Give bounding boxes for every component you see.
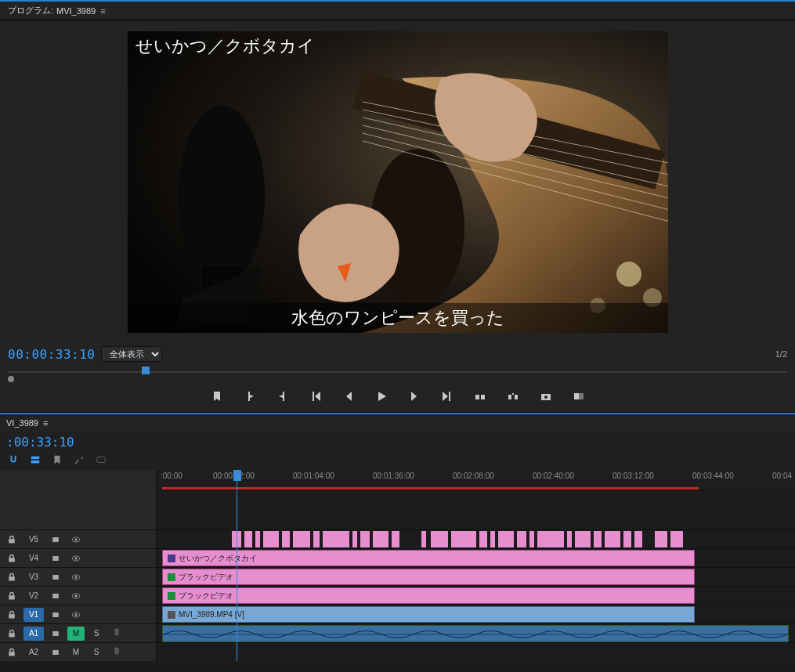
- scrub-handle[interactable]: [8, 376, 14, 382]
- eye-icon[interactable]: [67, 533, 85, 547]
- scrub-bar[interactable]: [8, 365, 787, 382]
- timeline-tracks-area[interactable]: :00:0000:00:32:0000:01:04:0000:01:36:000…: [157, 470, 795, 661]
- clip-segment[interactable]: [293, 531, 310, 547]
- track-v1[interactable]: MVI_3989.MP4 [V]: [157, 605, 795, 623]
- solo-button[interactable]: S: [88, 645, 105, 659]
- lock-icon[interactable]: [3, 570, 20, 584]
- lock-icon[interactable]: [3, 551, 20, 565]
- voiceover-icon[interactable]: [108, 645, 125, 659]
- panel-menu-icon[interactable]: ≡: [100, 6, 105, 16]
- time-ruler[interactable]: :00:0000:00:32:0000:01:04:0000:01:36:000…: [157, 470, 795, 490]
- clip-segment[interactable]: [655, 531, 667, 547]
- track-v3[interactable]: ブラックビデオ: [157, 567, 795, 586]
- clip-segment[interactable]: [498, 531, 514, 547]
- track-label[interactable]: V5: [23, 533, 44, 547]
- lock-icon[interactable]: [3, 589, 20, 603]
- linked-selection-icon[interactable]: [28, 453, 42, 467]
- clip-v2[interactable]: ブラックビデオ: [162, 587, 695, 604]
- clip-segment[interactable]: [517, 531, 526, 547]
- track-a2[interactable]: [157, 642, 795, 661]
- caption-icon[interactable]: [94, 453, 108, 467]
- track-v2[interactable]: ブラックビデオ: [157, 586, 795, 605]
- clip-segment[interactable]: [567, 531, 572, 547]
- program-timecode[interactable]: 00:00:33:10: [8, 347, 95, 362]
- sync-lock-icon[interactable]: [47, 589, 64, 603]
- clip-segment[interactable]: [634, 531, 642, 547]
- track-label[interactable]: V2: [23, 589, 44, 603]
- track-v5[interactable]: [157, 529, 795, 548]
- clip-segment[interactable]: [244, 531, 252, 547]
- clip-segment[interactable]: [323, 531, 349, 547]
- clip-v4[interactable]: せいかつ／クボタカイ: [162, 550, 695, 566]
- preview-viewport[interactable]: せいかつ／クボタカイ 水色のワンピースを買った: [0, 20, 795, 343]
- sync-lock-icon[interactable]: [47, 608, 64, 622]
- goto-in-icon[interactable]: [308, 388, 323, 404]
- clip-segment[interactable]: [479, 531, 487, 547]
- track-header-v1[interactable]: V1: [0, 605, 156, 623]
- clip-segment[interactable]: [373, 531, 388, 547]
- marker-tool-icon[interactable]: [50, 453, 64, 467]
- clip-segment[interactable]: [594, 531, 602, 547]
- scrub-playhead[interactable]: [142, 367, 150, 374]
- track-v4[interactable]: せいかつ／クボタカイ: [157, 548, 795, 567]
- voiceover-icon[interactable]: [108, 627, 125, 641]
- track-header-v4[interactable]: V4: [0, 548, 156, 567]
- lock-icon[interactable]: [3, 627, 20, 641]
- clip-v3[interactable]: ブラックビデオ: [162, 569, 695, 585]
- lock-icon[interactable]: [3, 608, 20, 622]
- clip-a1[interactable]: [162, 625, 789, 642]
- track-header-v2[interactable]: V2: [0, 586, 156, 605]
- clip-segment[interactable]: [575, 531, 591, 547]
- clip-segment[interactable]: [670, 531, 683, 547]
- eye-icon[interactable]: [67, 608, 85, 622]
- clip-v1[interactable]: MVI_3989.MP4 [V]: [162, 606, 695, 623]
- track-a1[interactable]: [157, 623, 795, 642]
- timeline-timecode[interactable]: :00:33:10: [6, 435, 74, 450]
- program-panel-header[interactable]: プログラム: MVI_3989 ≡: [0, 0, 795, 20]
- zoom-level-select[interactable]: 全体表示: [101, 346, 162, 362]
- clip-segment[interactable]: [282, 531, 290, 547]
- lock-icon[interactable]: [3, 645, 20, 659]
- marker-icon[interactable]: [209, 388, 225, 404]
- track-header-a1[interactable]: A1 M S: [0, 623, 156, 642]
- clip-segment[interactable]: [352, 531, 357, 547]
- solo-button[interactable]: S: [88, 627, 105, 641]
- sync-lock-icon[interactable]: [47, 645, 64, 659]
- play-icon[interactable]: [374, 388, 389, 404]
- clip-segment[interactable]: [537, 531, 564, 547]
- track-label[interactable]: A1: [23, 627, 44, 641]
- timeline-playhead-head[interactable]: [233, 470, 241, 481]
- snap-icon[interactable]: [6, 453, 20, 467]
- eye-icon[interactable]: [67, 551, 85, 565]
- lift-icon[interactable]: [472, 388, 488, 404]
- goto-out-icon[interactable]: [439, 388, 455, 404]
- track-label[interactable]: V4: [23, 551, 44, 565]
- clip-segment[interactable]: [255, 531, 260, 547]
- settings-icon[interactable]: [72, 453, 86, 467]
- mark-out-icon[interactable]: [275, 388, 291, 404]
- track-label[interactable]: A2: [23, 645, 44, 659]
- timeline-playhead[interactable]: [237, 470, 237, 661]
- timeline-panel-header[interactable]: VI_3989 ≡: [0, 413, 795, 432]
- clip-segment[interactable]: [605, 531, 620, 547]
- sync-lock-icon[interactable]: [47, 570, 64, 584]
- lock-icon[interactable]: [3, 533, 20, 547]
- track-header-v3[interactable]: V3: [0, 567, 156, 586]
- step-forward-icon[interactable]: [407, 388, 422, 404]
- step-back-icon[interactable]: [341, 388, 356, 404]
- panel-menu-icon[interactable]: ≡: [43, 418, 48, 428]
- clip-segment[interactable]: [623, 531, 631, 547]
- compare-icon[interactable]: [571, 388, 587, 404]
- clip-segment[interactable]: [421, 531, 426, 547]
- eye-icon[interactable]: [67, 570, 85, 584]
- eye-icon[interactable]: [67, 589, 85, 603]
- clip-segment[interactable]: [451, 531, 476, 547]
- mute-button[interactable]: M: [67, 627, 85, 641]
- clip-segment[interactable]: [313, 531, 320, 547]
- clip-segment[interactable]: [431, 531, 448, 547]
- mark-in-icon[interactable]: [242, 388, 258, 404]
- sync-lock-icon[interactable]: [47, 551, 64, 565]
- clip-segment[interactable]: [490, 531, 495, 547]
- extract-icon[interactable]: [505, 388, 521, 404]
- clip-segment[interactable]: [360, 531, 370, 547]
